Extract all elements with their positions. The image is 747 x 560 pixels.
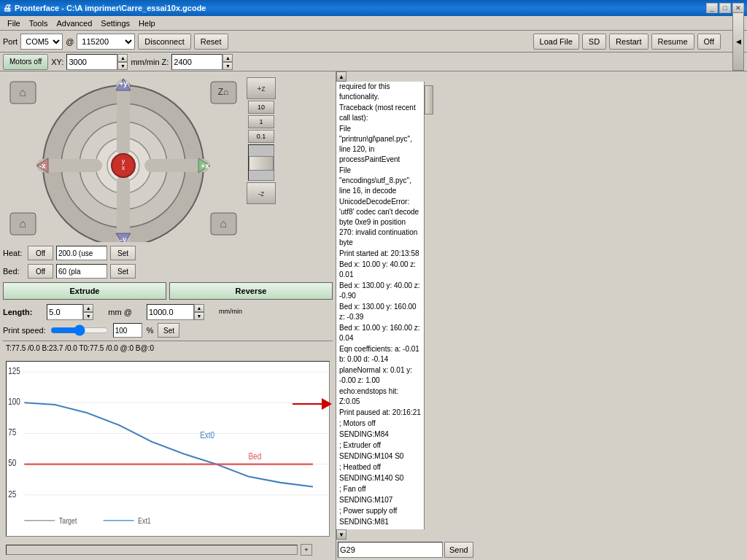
log-entry: ; Fan off [339,484,421,495]
heat-row: Heat: Off Set [3,245,333,261]
progress-area: + [3,542,333,557]
add-button[interactable]: + [301,544,312,556]
log-text-area[interactable]: the available OpenGL driver.VERSION_1_2 … [336,82,424,529]
load-file-button[interactable]: Load File [533,34,579,50]
left-panel: 100 10 1 0.1 [0,71,336,560]
menu-tools[interactable]: Tools [25,18,53,29]
motors-off-button[interactable]: Motors off [3,54,48,70]
log-entry: SENDING:M140 S0 [339,473,421,484]
toolbar-row1: Port COM5 @ 115200 Disconnect Reset Load… [0,31,747,52]
temperature-chart: 125 100 75 50 25 Ext0 Bed [6,361,330,537]
menu-settings[interactable]: Settings [96,18,134,29]
extrude-button[interactable]: Extrude [3,282,166,300]
xy-speed-input[interactable] [66,54,117,70]
z-minus-label: -z [258,190,264,198]
command-input[interactable] [338,542,443,558]
port-select[interactable]: COM5 [20,34,63,50]
svg-text:75: 75 [8,427,16,437]
resume-button[interactable]: Resume [651,34,694,50]
log-entry: File "encodings\utf_8.pyc", line 16, in … [339,166,421,197]
log-entry: SENDING:M81 [339,517,421,528]
length-down[interactable]: ▼ [83,312,93,320]
svg-text:x: x [122,164,125,171]
log-entry: UnicodeDecodeError: 'utf8' codec can't d… [339,197,421,249]
heat-set-button[interactable]: Set [110,246,136,260]
command-row: Send [336,540,434,560]
svg-text:125: 125 [8,366,20,376]
scroll-thumb[interactable] [425,85,433,114]
z-speed-down[interactable]: ▼ [222,62,233,70]
svg-text:Bed: Bed [249,451,262,460]
xy-speed-down[interactable]: ▼ [117,62,128,70]
joystick-container: 100 10 1 0.1 [3,74,244,242]
length-input[interactable] [47,304,83,320]
z-controls: +z 10 1 0.1 [247,74,276,204]
z-step-10[interactable]: 10 [248,101,274,114]
z-step-1[interactable]: 1 [248,115,274,128]
log-scrollbar [424,82,434,529]
arrow-shaft [293,403,322,405]
toolbar-row2: Motors off XY: ▲ ▼ mm/min Z: ▲ ▼ [0,52,747,71]
log-entry: Print started at: 20:13:58 [339,249,421,260]
svg-text:50: 50 [8,458,16,467]
bed-set-button[interactable]: Set [110,264,136,279]
scroll-bottom-area: ▼ [336,529,434,540]
title-bar: 🖨 Pronterface - C:\A imprimer\Carre_essa… [0,0,747,16]
speed-up[interactable]: ▲ [194,304,204,312]
log-entry: Bed x: 10.00 y: 40.00 z: 0.01 [339,260,421,281]
length-spinner: ▲ ▼ [47,304,93,320]
length-speed-row: Length: ▲ ▼ mm @ ▲ ▼ mm/min [3,304,333,320]
window-title: Pronterface - C:\A imprimer\Carre_essai1… [15,4,206,12]
progress-bar-container [6,545,298,555]
extrude-reverse-buttons: Extrude Reverse [3,282,333,301]
bed-row: Bed: Off Set [3,263,333,279]
percent-label: % [147,326,154,335]
print-speed-set-button[interactable]: Set [158,323,179,338]
z-step-01[interactable]: 0.1 [248,130,274,143]
z-minus-button[interactable]: -z [247,182,276,204]
svg-text:⌂: ⌂ [220,217,227,230]
baud-select[interactable]: 115200 [77,34,135,50]
off-button[interactable]: Off [697,34,721,50]
reverse-button[interactable]: Reverse [169,282,333,300]
log-entry: echo:endstops hit: Z:0.05 [339,386,421,408]
menu-file[interactable]: File [3,18,25,29]
svg-text:-x: -x [39,162,46,170]
bed-value-input[interactable] [56,264,107,279]
restart-button[interactable]: Restart [609,34,648,50]
status-bar: T:77.5 /0.0 B:23.7 /0.0 T0:77.5 /0.0 @:0… [3,341,333,355]
speed-input[interactable] [147,304,194,320]
menu-help[interactable]: Help [134,18,160,29]
log-entry: ; Extruder off [339,440,421,451]
log-entry: Eqn coefficients: a: -0.01 b: 0.00 d: -0… [339,344,421,365]
z-speed-input[interactable] [171,54,222,70]
heat-off-button[interactable]: Off [28,246,53,260]
maximize-button[interactable]: □ [719,3,731,13]
send-button[interactable]: Send [444,542,473,558]
heat-value-input[interactable] [56,246,107,260]
at-symbol: @ [66,37,74,46]
sd-button[interactable]: SD [582,34,606,50]
bed-label: Bed: [3,267,25,276]
reset-button[interactable]: Reset [194,34,228,50]
svg-text:+y: +y [119,79,128,88]
log-scroll-down[interactable]: ▼ [336,529,347,540]
length-up[interactable]: ▲ [83,304,93,312]
disconnect-button[interactable]: Disconnect [138,34,190,50]
speed-down[interactable]: ▼ [194,312,204,320]
print-speed-slider[interactable] [50,324,109,336]
minimize-button[interactable]: _ [706,3,718,13]
print-speed-input[interactable] [113,323,142,338]
z-plus-button[interactable]: +z [247,77,276,99]
svg-text:Ext0: Ext0 [200,430,214,440]
z-speed-up[interactable]: ▲ [222,54,233,62]
svg-text:25: 25 [8,489,16,498]
collapse-button[interactable]: ◀ [732,12,744,71]
log-scroll-up[interactable]: ▲ [336,71,347,82]
speed-unit-label: mm/min [219,308,242,316]
bed-off-button[interactable]: Off [28,264,53,279]
menu-advanced[interactable]: Advanced [52,18,96,29]
xy-speed-up[interactable]: ▲ [117,54,128,62]
xy-speed-spinner: ▲ ▼ [66,54,128,70]
svg-text:⌂: ⌂ [19,86,26,98]
